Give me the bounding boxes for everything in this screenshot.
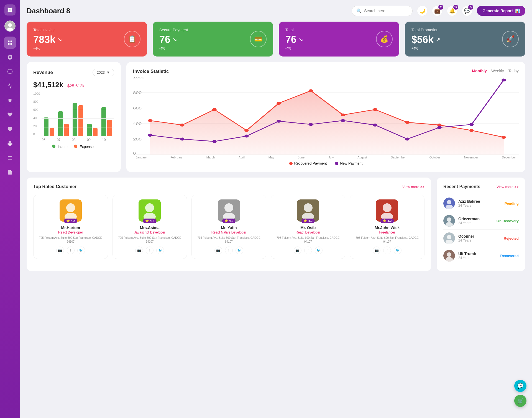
twitter-icon-3[interactable]: 🐦 [236,247,243,254]
new-dot-aug [373,124,377,127]
recovered-dot-sep [405,121,409,124]
stat-card-invoice-icon: 📋 [124,31,140,47]
revenue-main-amount: $41,512k [33,81,63,89]
bar-expense-3 [78,105,83,136]
instagram-icon-2[interactable]: 📷 [135,247,143,254]
bar-groups [42,92,114,136]
x-may: May [268,156,274,159]
revenue-title: Revenue [33,70,53,75]
floating-buttons: 💬 🛒 [514,380,526,407]
legend-income: Income [52,145,70,149]
dark-mode-toggle[interactable]: 🌙 [417,6,428,16]
twitter-icon-5[interactable]: 🐦 [394,247,401,254]
x-dec: December [502,156,516,159]
generate-report-button[interactable]: Generate Report 📊 [477,6,525,16]
bar-chart-x-labels: 06 07 08 09 10 [33,136,114,142]
customer-name-2: Mrs.Asima [116,225,184,230]
instagram-icon-5[interactable]: 📷 [373,247,380,254]
payment-status-3: Rejected [504,236,519,240]
user-avatar[interactable] [4,20,16,32]
instagram-icon-4[interactable]: 📷 [294,247,301,254]
stat-card-promotion-trend: +4% [411,47,502,50]
new-dot-mar [212,140,216,143]
tab-monthly[interactable]: Monthly [472,69,487,74]
header-actions: 🔍 🌙 💼 2 🔔 12 💬 5 Generate Report 📊 [352,6,525,16]
stat-card-invoice-info: Total invoice 783k ↘ +4% [33,28,124,50]
sidebar-item-settings[interactable] [4,51,16,63]
bar-income-4 [87,124,92,136]
payment-item-3: Oconner 24 Years Rejected [443,230,519,247]
customer-cards-grid: ⭐ 4.2 Mr.Hariom React Developer 795 Fols… [33,195,424,259]
sidebar-item-menu[interactable] [4,152,16,164]
recovered-dot-jul [341,113,345,116]
year-select[interactable]: 2023 ▼ [93,69,114,76]
bell-icon-btn[interactable]: 🔔 12 [447,6,457,16]
payment-info-1: Aziz Bakree 24 Years [458,199,501,207]
payment-status-1: Pending [505,201,519,206]
sidebar-item-dashboard[interactable] [4,37,16,49]
x-mar: March [206,156,215,159]
top-customers-view-more[interactable]: View more >> [402,185,424,189]
income-dot [52,145,55,148]
recovered-dot-aug [373,108,377,111]
invoice-x-labels: January February March April May June Ju… [133,156,519,159]
sidebar-item-info[interactable] [4,65,16,78]
recent-payments-view-more[interactable]: View more >> [497,185,519,189]
sidebar-item-saved[interactable] [4,123,16,135]
facebook-icon-3[interactable]: f [225,247,233,254]
payment-name-4: Uli Trumb [458,252,497,256]
chart-icon: 📊 [515,9,520,13]
svg-text:1000: 1000 [133,77,144,79]
bar-expense-1 [50,128,54,136]
customer-role-3: React Native Developer [195,230,263,234]
invoice-legend: Recovered Payment New Payment [133,161,519,165]
sidebar-item-favorites[interactable] [4,94,16,106]
twitter-icon-2[interactable]: 🐦 [156,247,164,254]
tab-weekly[interactable]: Weekly [491,69,504,74]
instagram-icon-1[interactable]: 📷 [56,247,64,254]
customer-img-4 [297,199,319,222]
sidebar-item-reports[interactable] [4,166,16,178]
facebook-icon-4[interactable]: f [304,247,312,254]
twitter-icon-1[interactable]: 🐦 [77,247,85,254]
search-box[interactable]: 🔍 [352,6,413,16]
recovered-dot-feb [180,124,184,127]
facebook-icon-2[interactable]: f [146,247,154,254]
svg-point-38 [224,203,233,212]
facebook-icon-1[interactable]: f [67,247,75,254]
facebook-icon-5[interactable]: f [383,247,391,254]
float-cart-btn[interactable]: 🛒 [514,395,526,407]
sidebar-item-analytics[interactable] [4,80,16,92]
customer-name-3: Mr. Yatin [195,225,263,230]
float-support-btn[interactable]: 💬 [514,380,526,392]
bar-income-3 [73,103,77,136]
bar-chart-y-labels: 1000 800 600 400 200 0 [33,92,42,136]
instagram-icon-3[interactable]: 📷 [214,247,222,254]
wallet-icon-btn[interactable]: 💼 2 [432,6,443,16]
y-label-400: 400 [33,116,40,120]
bar-group-3 [73,103,83,136]
twitter-icon-4[interactable]: 🐦 [315,247,323,254]
y-label-200: 200 [33,124,40,128]
sidebar-item-likes[interactable] [4,109,16,121]
svg-point-5 [8,23,12,27]
bar-expense-4 [93,128,98,136]
recovered-dot-jun [309,89,313,92]
customer-card-5: ⭐ 4.2 Mr.John Wick Freelancer 795 Folsom… [350,195,424,259]
invoice-card: Invoice Statistic Monthly Weekly Today [126,62,525,172]
sidebar-item-print[interactable] [4,137,16,150]
new-dot-jan [148,134,152,137]
search-input[interactable] [364,9,408,13]
customer-addr-3: 795 Folsom Ave, Suite 600 San Francisco,… [195,236,263,244]
customer-img-wrap-5: ⭐ 4.2 [376,199,398,222]
x-jul: July [328,156,334,159]
stat-card-payment-label: Secure Payment [159,28,250,32]
stat-card-total: Total 76 ↘ -4% 💰 [279,22,399,57]
wallet-badge: 2 [438,5,443,10]
customer-img-wrap-1: ⭐ 4.2 [60,199,82,222]
svg-rect-7 [8,41,10,42]
customer-img-5 [376,199,398,222]
tab-today[interactable]: Today [508,69,519,74]
chat-icon-btn[interactable]: 💬 5 [462,6,472,16]
customer-card-3: ⭐ 4.2 Mr. Yatin React Native Developer 7… [191,195,266,259]
